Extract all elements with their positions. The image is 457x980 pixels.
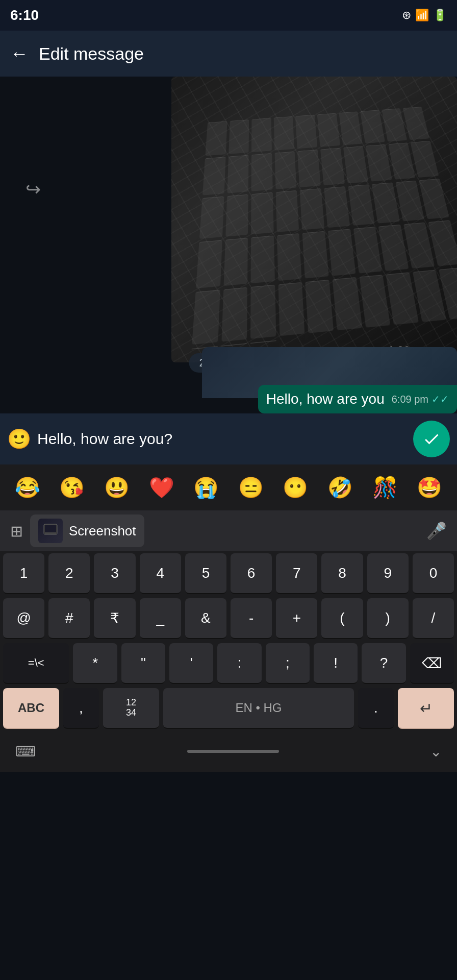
message-input[interactable] (37, 430, 407, 448)
emoji-celebration[interactable]: 🎊 (363, 476, 408, 500)
emoji-expressionless[interactable]: 😑 (229, 476, 273, 500)
screenshot-label: Screenshot (69, 523, 136, 539)
key-minus[interactable]: - (231, 598, 272, 639)
key-hash[interactable]: # (48, 598, 90, 639)
status-bar: 6:10 ⊛ 📶 🔋 (0, 0, 457, 31)
key-3[interactable]: 3 (94, 553, 135, 594)
gesture-indicator (187, 750, 279, 753)
symbol-row-2: =\< * " ' : ; ! ? ⌫ (0, 641, 457, 686)
emoji-row: 😂 😘 😃 ❤️ 😭 😑 😶 🤣 🎊 🤩 (0, 464, 457, 510)
screenshot-thumbnail (38, 519, 63, 543)
key-underscore[interactable]: _ (140, 598, 181, 639)
message-bubble: Hello, how are you 6:09 pm ✓✓ (258, 385, 457, 413)
key-4[interactable]: 4 (140, 553, 181, 594)
key-plus[interactable]: + (276, 598, 317, 639)
abc-key[interactable]: ABC (3, 688, 59, 729)
key-symbols-toggle[interactable]: =\< (3, 643, 69, 684)
emoji-laugh[interactable]: 😂 (5, 476, 50, 500)
key-7[interactable]: 7 (276, 553, 317, 594)
bottom-bar: ⌨ ⌄ (0, 731, 457, 772)
message-meta: 6:09 pm ✓✓ (392, 393, 449, 405)
bluetooth-icon: ⊛ (402, 9, 411, 22)
send-button[interactable] (413, 421, 450, 457)
emoji-no-mouth[interactable]: 😶 (273, 476, 318, 500)
emoji-kiss[interactable]: 😘 (50, 476, 95, 500)
microphone-icon[interactable]: 🎤 (426, 521, 447, 541)
svg-rect-2 (45, 532, 56, 534)
wifi-icon: 📶 (415, 9, 429, 22)
chevron-down-icon[interactable]: ⌄ (430, 743, 442, 760)
forward-icon[interactable]: ↪ (26, 179, 41, 200)
key-at[interactable]: @ (3, 598, 44, 639)
key-open-paren[interactable]: ( (321, 598, 363, 639)
chat-area: 1:26 pm ✓✓ ↪ 2 May 2023 Hello, how are y… (0, 77, 457, 413)
message-time: 6:09 pm (392, 394, 428, 405)
symbol-row-1: @ # ₹ _ & - + ( ) / (0, 596, 457, 641)
emoji-heart[interactable]: ❤️ (139, 476, 184, 500)
second-chat-area: Hello, how are you 6:09 pm ✓✓ (202, 347, 457, 413)
key-exclaim[interactable]: ! (314, 643, 358, 684)
message-text: Hello, how are you (266, 391, 385, 407)
enter-key[interactable]: ↵ (398, 688, 454, 729)
svg-rect-1 (45, 525, 56, 532)
key-2[interactable]: 2 (48, 553, 90, 594)
key-9[interactable]: 9 (367, 553, 409, 594)
comma-key[interactable]: , (63, 688, 99, 729)
emoji-grin[interactable]: 😃 (94, 476, 139, 500)
key-close-paren[interactable]: ) (367, 598, 409, 639)
key-1[interactable]: 1 (3, 553, 44, 594)
key-quote-single[interactable]: ' (169, 643, 213, 684)
key-asterisk[interactable]: * (73, 643, 117, 684)
page-title: Edit message (39, 44, 144, 64)
key-ampersand[interactable]: & (185, 598, 226, 639)
keyboard-toggle-icon[interactable]: ⌨ (15, 743, 36, 760)
emoji-cry[interactable]: 😭 (184, 476, 229, 500)
status-icons: ⊛ 📶 🔋 (402, 9, 447, 22)
screenshot-suggestion[interactable]: Screenshot (30, 514, 144, 547)
grid-icon[interactable]: ⊞ (10, 522, 23, 540)
key-question[interactable]: ? (362, 643, 405, 684)
emoji-star-eyes[interactable]: 🤩 (407, 476, 452, 500)
key-5[interactable]: 5 (185, 553, 226, 594)
space-key[interactable]: EN • HG (163, 688, 354, 729)
key-8[interactable]: 8 (321, 553, 363, 594)
key-0[interactable]: 0 (413, 553, 454, 594)
key-slash[interactable]: / (413, 598, 454, 639)
key-semicolon[interactable]: ; (266, 643, 310, 684)
backspace-key[interactable]: ⌫ (410, 643, 454, 684)
key-quote-double[interactable]: " (121, 643, 165, 684)
checkmark-icon (422, 430, 441, 448)
suggestion-bar: ⊞ Screenshot 🎤 (0, 510, 457, 551)
keyboard: 1 2 3 4 5 6 7 8 9 0 @ # ₹ _ & - + ( ) / … (0, 551, 457, 731)
read-receipt-ticks: ✓✓ (431, 393, 449, 405)
numbers-key[interactable]: 12 34 (103, 688, 159, 729)
status-time: 6:10 (10, 7, 39, 23)
keyboard-decoration (192, 107, 457, 349)
emoji-rofl[interactable]: 🤣 (318, 476, 363, 500)
number-row: 1 2 3 4 5 6 7 8 9 0 (0, 551, 457, 596)
key-rupee[interactable]: ₹ (94, 598, 135, 639)
emoji-button[interactable]: 🙂 (7, 428, 31, 450)
dot-key[interactable]: . (358, 688, 394, 729)
bottom-row: ABC , 12 34 EN • HG . ↵ (0, 686, 457, 731)
back-button[interactable]: ← (10, 43, 29, 64)
input-bar: 🙂 (0, 413, 457, 464)
screenshot-thumb-icon (43, 523, 58, 538)
header: ← Edit message (0, 31, 457, 77)
keyboard-image-message: 1:26 pm ✓✓ (171, 77, 457, 362)
key-6[interactable]: 6 (231, 553, 272, 594)
battery-icon: 🔋 (433, 9, 447, 22)
key-colon[interactable]: : (217, 643, 261, 684)
